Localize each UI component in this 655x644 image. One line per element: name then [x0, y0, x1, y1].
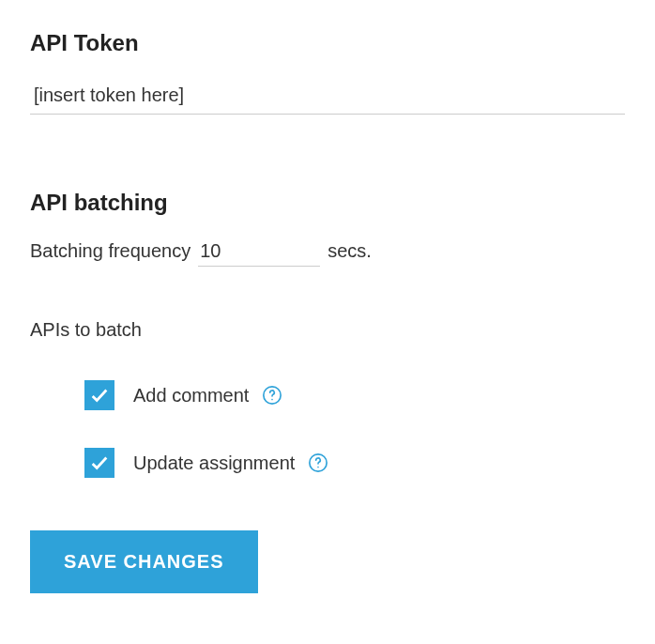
help-icon[interactable] — [262, 385, 282, 406]
apis-to-batch-list: Add comment Update assignment — [30, 380, 625, 478]
list-item: Update assignment — [84, 448, 625, 478]
help-icon[interactable] — [308, 452, 328, 473]
api-batching-section: API batching Batching frequency secs. AP… — [30, 190, 625, 593]
api-token-heading: API Token — [30, 30, 625, 56]
batching-frequency-label: Batching frequency — [30, 240, 190, 262]
apis-to-batch-label: APIs to batch — [30, 319, 625, 341]
api-token-section: API Token — [30, 30, 625, 115]
update-assignment-label: Update assignment — [133, 452, 295, 474]
list-item: Add comment — [84, 380, 625, 410]
batching-frequency-row: Batching frequency secs. — [30, 238, 625, 267]
svg-point-1 — [272, 399, 274, 401]
checkmark-icon — [89, 452, 110, 473]
add-comment-checkbox[interactable] — [84, 380, 114, 410]
save-changes-button[interactable]: SAVE CHANGES — [30, 530, 258, 593]
checkmark-icon — [89, 385, 110, 406]
api-token-input[interactable] — [30, 79, 625, 115]
batching-frequency-input[interactable] — [198, 238, 320, 267]
update-assignment-checkbox[interactable] — [84, 448, 114, 478]
batching-frequency-unit: secs. — [328, 240, 372, 262]
svg-point-3 — [318, 467, 320, 468]
api-batching-heading: API batching — [30, 190, 625, 216]
add-comment-label: Add comment — [133, 385, 249, 406]
